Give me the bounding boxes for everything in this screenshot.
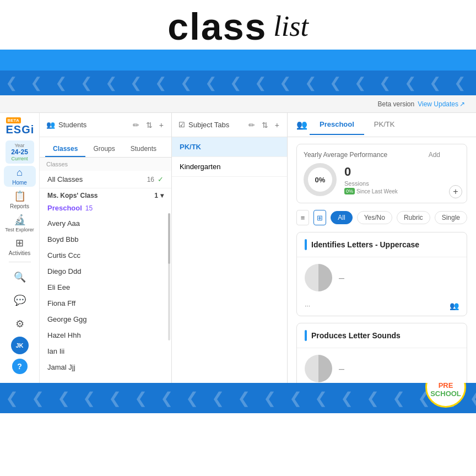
list-item[interactable]: Diego Ddd [40, 263, 171, 279]
user-avatar[interactable]: JK [11, 337, 29, 354]
sidebar-item-chat[interactable]: 💬 [4, 290, 36, 311]
students-panel: 👥 Students ✏ ⇅ + Classes Groups Students… [40, 113, 172, 383]
performance-percent: 0% [308, 167, 332, 192]
subject-item-pktk[interactable]: PK/TK [172, 137, 287, 157]
reports-icon: 📋 [14, 190, 26, 202]
list-view-icon: ≡ [301, 214, 305, 222]
filter-single[interactable]: Single [435, 211, 467, 224]
beta-badge: BETA [6, 117, 21, 123]
all-classes-count: 16 [147, 176, 154, 183]
chevron-down-icon: ▾ [160, 192, 164, 199]
performance-circle-chart: 0% [304, 163, 337, 196]
students-edit-btn[interactable]: ✏ [132, 120, 140, 131]
class-section[interactable]: Ms. Kops' Class 1 ▾ [40, 188, 171, 201]
students-tabs-row: Classes Groups Students [40, 137, 171, 158]
tab-students[interactable]: Students [123, 142, 164, 157]
subject-edit-btn[interactable]: ✏ [247, 120, 256, 131]
title-class: class [167, 5, 267, 48]
list-item[interactable]: Ian Iii [40, 343, 171, 359]
reports-label: Reports [10, 203, 29, 209]
all-classes-row[interactable]: All Classes 16 ✓ [40, 171, 171, 188]
subject-panel-body: PK/TK Kindergarten [172, 137, 287, 383]
right-panel: 👥 Preschool PK/TK Yearly Average Perform… [288, 113, 476, 383]
list-item[interactable]: Avery Aaa [40, 215, 171, 231]
pocket-preschool-badge: pocket of PRE SCHOOL [425, 383, 466, 408]
help-button[interactable]: ? [12, 359, 28, 374]
right-panel-body: Yearly Average Performance 0% 0 Sessions… [288, 137, 476, 383]
app-container: BETA ESGi Year 24-25 Current ⌂ Home 📋 Re… [0, 113, 476, 383]
list-item[interactable]: Hazel Hhh [40, 327, 171, 343]
sidebar: BETA ESGi Year 24-25 Current ⌂ Home 📋 Re… [0, 113, 40, 383]
pattern-chevrons-bottom: ❮ ❮ ❮ ❮ ❮ ❮ ❮ ❮ ❮ ❮ ❮ ❮ ❮ ❮ ❮ ❮ ❮ ❮ ❮ ❮ … [0, 389, 476, 407]
students-add-btn[interactable]: + [158, 120, 165, 131]
badge-circle: pocket of PRE SCHOOL [425, 383, 466, 408]
skill-card-header-2: Produces Letter Sounds [297, 323, 467, 348]
sidebar-item-activities[interactable]: ⊞ Activities [4, 236, 36, 257]
bottom-strip: ❮ ❮ ❮ ❮ ❮ ❮ ❮ ❮ ❮ ❮ ❮ ❮ ❮ ❮ ❮ ❮ ❮ ❮ ❮ ❮ … [0, 383, 476, 413]
scrollbar-track[interactable] [168, 213, 170, 340]
filter-grid-btn[interactable]: ⊞ [313, 210, 326, 225]
test-explorer-icon: 🔬 [14, 214, 26, 226]
skill-pie-chart-1 [305, 264, 332, 291]
tab-classes[interactable]: Classes [45, 142, 85, 157]
tab-preschool[interactable]: Preschool [310, 115, 364, 135]
since-label: Since Last Week [356, 188, 398, 194]
subject-icon: ☑ [178, 121, 185, 129]
preschool-header[interactable]: Preschool 15 [40, 201, 171, 215]
grid-view-icon: ⊞ [317, 214, 323, 222]
sessions-label: Sessions [344, 180, 398, 187]
subject-add-btn[interactable]: + [274, 120, 280, 131]
home-label: Home [12, 180, 27, 186]
right-panel-header: 👥 Preschool PK/TK [288, 113, 476, 137]
filter-all[interactable]: All [331, 211, 352, 224]
list-item[interactable]: Boyd Bbb [40, 231, 171, 247]
current-label: Current [9, 156, 31, 161]
subject-header-title: ☑ Subject Tabs [178, 121, 229, 129]
list-item[interactable]: Eli Eee [40, 279, 171, 295]
search-icon: 🔍 [14, 271, 26, 283]
right-panel-people-icon: 👥 [296, 120, 307, 130]
sidebar-item-settings[interactable]: ⚙ [4, 313, 36, 334]
filter-list-btn[interactable]: ≡ [296, 210, 309, 225]
pattern-chevrons-top: ❮ ❮ ❮ ❮ ❮ ❮ ❮ ❮ ❮ ❮ ❮ ❮ ❮ ❮ ❮ ❮ ❮ ❮ ❮ ❮ … [0, 74, 476, 91]
preschool-count: 15 [85, 204, 93, 212]
chat-icon: 💬 [14, 294, 26, 306]
sidebar-item-test-explorer[interactable]: 🔬 Test Explorer [4, 213, 36, 234]
preschool-label: Preschool [47, 204, 82, 212]
students-label: Students [58, 121, 86, 129]
list-item[interactable]: Fiona Fff [40, 295, 171, 311]
skill-pie-chart-2 [305, 355, 332, 382]
view-updates-link[interactable]: View Updates ↗ [418, 100, 465, 108]
skill-dash-2: – [339, 363, 344, 375]
list-item[interactable]: Curtis Ccc [40, 247, 171, 263]
esgi-logo: ESGi [6, 123, 35, 136]
sidebar-item-reports[interactable]: 📋 Reports [4, 189, 36, 210]
students-sort-btn[interactable]: ⇅ [145, 120, 154, 131]
class-name: Ms. Kops' Class [47, 192, 98, 199]
scrollbar-thumb[interactable] [168, 213, 170, 264]
subject-item-kindergarten[interactable]: Kindergarten [172, 157, 287, 177]
tab-groups[interactable]: Groups [85, 142, 122, 157]
sidebar-item-search[interactable]: 🔍 [4, 267, 36, 288]
subject-sort-btn[interactable]: ⇅ [261, 120, 269, 131]
skill-footer-1: ··· 👥 [297, 298, 467, 316]
filter-rubric[interactable]: Rubric [397, 211, 430, 224]
list-item[interactable]: Jamal Jjj [40, 359, 171, 375]
year-selector[interactable]: Year 24-25 Current [6, 140, 34, 164]
performance-add-btn[interactable]: + [449, 185, 462, 198]
skill-card-header-1: Identifies Letters - Uppercase [297, 232, 467, 257]
sidebar-divider [9, 262, 31, 262]
subject-header-actions: ✏ ⇅ + [247, 120, 280, 131]
filter-row: ≡ ⊞ All Yes/No Rubric Single [296, 210, 467, 225]
tab-pktk[interactable]: PK/TK [364, 115, 405, 135]
filter-yes-no[interactable]: Yes/No [357, 211, 392, 224]
sessions-count: 0 [344, 165, 398, 179]
skill-body-1: – [297, 257, 467, 298]
skill-name-1: Identifies Letters - Uppercase [311, 240, 419, 249]
check-icon: ✓ [158, 175, 164, 183]
badge-pre: PRE [439, 383, 453, 390]
home-icon: ⌂ [17, 167, 23, 178]
list-item[interactable]: George Ggg [40, 311, 171, 327]
skill-more-icon-1[interactable]: ··· [305, 302, 310, 310]
sidebar-item-home[interactable]: ⌂ Home [4, 166, 36, 187]
